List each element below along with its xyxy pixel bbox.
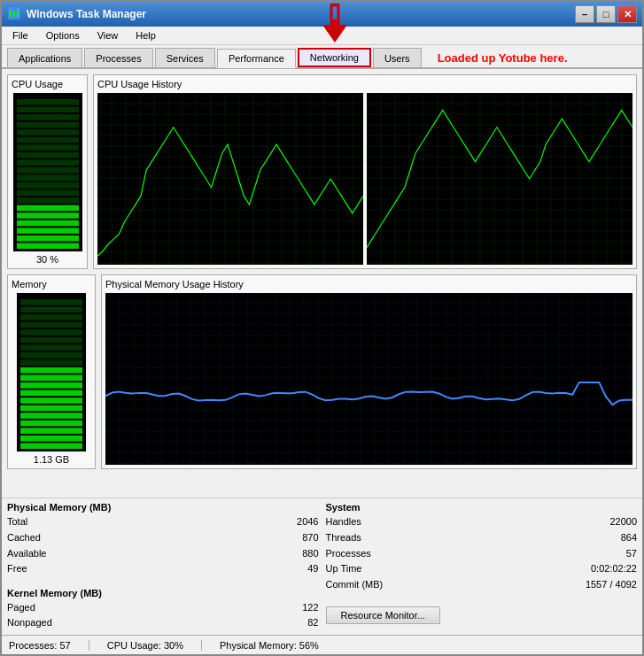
stat-label-commit: Commit (MB) <box>326 577 384 593</box>
window-icon <box>7 6 21 23</box>
maximize-button[interactable]: □ <box>596 5 616 23</box>
stat-label-threads: Threads <box>326 530 361 546</box>
stat-label-total: Total <box>7 514 27 530</box>
minimize-button[interactable]: – <box>575 5 594 23</box>
tab-processes[interactable]: Processes <box>84 48 152 67</box>
red-arrow-icon <box>319 4 351 42</box>
stat-label-cached: Cached <box>7 530 41 546</box>
window-controls: – □ ✕ <box>575 5 637 23</box>
stat-val-available: 880 <box>266 546 319 562</box>
stat-row-processes: Processes 57 <box>326 546 638 562</box>
stat-val-commit: 1557 / 4092 <box>584 577 637 593</box>
stat-val-threads: 864 <box>584 530 637 546</box>
stat-label-processes: Processes <box>326 546 371 562</box>
memory-history-graph <box>105 293 632 465</box>
status-processes: Processes: 57 <box>9 640 89 651</box>
svg-rect-2 <box>13 12 15 17</box>
memory-label: Memory <box>12 279 47 289</box>
menu-view[interactable]: View <box>90 28 126 42</box>
tab-services[interactable]: Services <box>155 48 215 67</box>
cpu-history-canvas-2 <box>367 93 632 265</box>
kernel-memory-title: Kernel Memory (MB) <box>7 588 319 598</box>
stat-label-free: Free <box>7 561 27 577</box>
menu-options[interactable]: Options <box>39 28 87 42</box>
tab-performance[interactable]: Performance <box>217 49 296 68</box>
memory-meter-graph <box>17 293 86 451</box>
system-col: System Handles 22000 Threads 864 Process… <box>326 502 638 631</box>
stat-val-cached: 870 <box>266 530 319 546</box>
status-memory: Physical Memory: 56% <box>220 640 337 651</box>
cpu-history-graph-1 <box>97 93 363 265</box>
memory-history-label: Physical Memory Usage History <box>105 279 632 289</box>
stat-row-cached: Cached 870 <box>7 530 319 546</box>
stat-row-paged: Paged 122 <box>7 600 319 616</box>
stat-val-handles: 22000 <box>584 514 637 530</box>
stats-section: Physical Memory (MB) Total 2046 Cached 8… <box>2 498 642 635</box>
stat-label-handles: Handles <box>326 514 361 530</box>
stat-val-paged: 122 <box>266 600 319 616</box>
stat-row-commit: Commit (MB) 1557 / 4092 <box>326 577 638 593</box>
memory-history-panel: Physical Memory Usage History <box>101 274 637 469</box>
cpu-history-canvas-1 <box>97 93 363 265</box>
memory-history-graphs <box>105 293 632 465</box>
svg-rect-3 <box>17 9 19 17</box>
close-button[interactable]: ✕ <box>617 5 637 23</box>
physical-memory-title: Physical Memory (MB) <box>7 502 319 513</box>
cpu-section: CPU Usage 30 % CPU Usage History <box>7 74 637 269</box>
main-content: CPU Usage 30 % CPU Usage History <box>2 69 642 498</box>
tab-applications[interactable]: Applications <box>7 48 82 67</box>
stat-label-available: Available <box>7 546 46 562</box>
task-manager-window: Windows Task Manager – □ ✕ File Options … <box>0 0 644 656</box>
stat-row-handles: Handles 22000 <box>326 514 638 530</box>
stat-val-uptime: 0:02:02:22 <box>584 561 637 577</box>
menu-help[interactable]: Help <box>128 28 163 42</box>
stat-val-total: 2046 <box>266 514 319 530</box>
stat-val-free: 49 <box>266 561 319 577</box>
cpu-history-graphs <box>97 93 632 265</box>
status-cpu: CPU Usage: 30% <box>107 640 202 651</box>
tab-users[interactable]: Users <box>373 48 422 67</box>
memory-history-canvas <box>105 293 632 465</box>
cpu-usage-label: CPU Usage <box>12 79 63 89</box>
cpu-history-panel: CPU Usage History <box>93 74 637 269</box>
stat-row-nonpaged: Nonpaged 82 <box>7 615 319 631</box>
memory-meter-panel: Memory 1.13 GB <box>7 274 96 469</box>
tab-networking[interactable]: Networking <box>298 48 371 67</box>
stat-label-nonpaged: Nonpaged <box>7 615 52 631</box>
status-bar: Processes: 57 CPU Usage: 30% Physical Me… <box>2 635 642 654</box>
memory-meter-canvas <box>19 297 84 451</box>
system-title: System <box>326 502 638 513</box>
stat-row-free: Free 49 <box>7 561 319 577</box>
cpu-meter-panel: CPU Usage 30 % <box>7 74 88 269</box>
stat-row-total: Total 2046 <box>7 514 319 530</box>
memory-value: 1.13 GB <box>34 454 69 465</box>
stat-label-uptime: Up Time <box>326 561 362 577</box>
cpu-meter-graph <box>13 93 82 251</box>
physical-memory-col: Physical Memory (MB) Total 2046 Cached 8… <box>7 502 319 631</box>
cpu-usage-value: 30 % <box>36 254 58 265</box>
stat-val-nonpaged: 82 <box>266 615 319 631</box>
menu-file[interactable]: File <box>5 28 35 42</box>
cpu-history-label: CPU Usage History <box>97 79 632 89</box>
window-title: Windows Task Manager <box>27 8 570 20</box>
stat-row-uptime: Up Time 0:02:02:22 <box>326 561 638 577</box>
cpu-history-graph-2 <box>367 93 632 265</box>
stat-val-processes: 57 <box>584 546 637 562</box>
annotation-label: Loaded up Yotube here. <box>438 51 568 65</box>
stat-row-threads: Threads 864 <box>326 530 638 546</box>
stat-label-paged: Paged <box>7 600 35 616</box>
svg-rect-1 <box>10 10 12 17</box>
tabs-container: Applications Processes Services Performa… <box>2 45 642 69</box>
stat-row-available: Available 880 <box>7 546 319 562</box>
memory-section: Memory 1.13 GB Physical Memory Usage His… <box>7 274 637 469</box>
cpu-meter-canvas <box>15 96 81 251</box>
resource-monitor-button[interactable]: Resource Monitor... <box>326 606 440 624</box>
